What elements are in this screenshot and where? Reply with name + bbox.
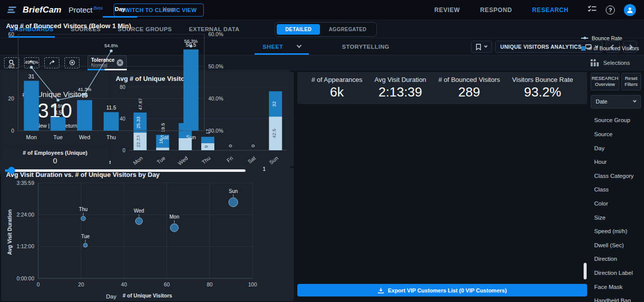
point-label: Mon — [170, 214, 179, 220]
filter-item-direction[interactable]: Direction — [594, 252, 644, 266]
help-icon[interactable]: ? — [606, 6, 615, 15]
point-label: Tue — [81, 234, 90, 239]
kpi-value: 2:13:39 — [374, 84, 426, 100]
point-label: Thu — [79, 207, 88, 212]
rate-point-mon[interactable] — [30, 66, 33, 69]
date-dropdown[interactable]: Date — [591, 95, 641, 109]
chevron-down-icon — [296, 43, 301, 48]
filter-item-class-category[interactable]: Class Category — [594, 169, 644, 183]
bar-thu[interactable] — [104, 112, 119, 131]
slider-track[interactable] — [5, 169, 246, 172]
reset-filters-button[interactable]: Reset Filters — [621, 73, 641, 90]
filter-item-color[interactable]: Color — [594, 196, 644, 211]
y-tick-label: 2:24:00 — [17, 212, 34, 218]
right-tick-label: 50.0% — [208, 63, 223, 69]
bar-light-tue[interactable] — [156, 147, 169, 150]
x-tick-label: Thu — [107, 134, 116, 140]
beta-badge: Beta — [94, 6, 103, 11]
filter-item-dwell-sec-[interactable]: Dwell (Sec) — [594, 238, 644, 252]
scatter-y-axis-label: Avg Visit Duration — [7, 205, 13, 260]
bounced-x-axis-label: Day — [18, 293, 204, 299]
dashboard-selector-label: UNIQUE VISITORS ANALYTICS — [500, 44, 582, 50]
person-icon — [626, 7, 633, 14]
selections-icon — [590, 59, 599, 66]
tab-storytelling[interactable]: STORYTELLING — [342, 38, 389, 55]
legend-bounce-rate[interactable]: Bounce Rate — [581, 35, 639, 41]
user-avatar[interactable] — [624, 4, 636, 16]
filter-item-class[interactable]: Class — [594, 183, 644, 197]
bar-mon[interactable] — [24, 81, 39, 131]
line-marker-icon — [581, 38, 588, 39]
bar-tue[interactable] — [50, 117, 65, 131]
scatter-point-wed[interactable] — [135, 218, 142, 225]
vertical-scrollbar-thumb[interactable] — [584, 263, 587, 279]
left-tick-label: 40 — [8, 63, 14, 69]
filter-list: Source GroupSourceDayHourClass CategoryC… — [588, 114, 644, 302]
kpi-value: 289 — [438, 84, 500, 100]
scatter-point-mon[interactable] — [171, 224, 179, 232]
aggregated-toggle-button[interactable]: AGGREGATED — [320, 24, 375, 35]
x-tick-label: Thu — [201, 155, 212, 165]
tab-day[interactable]: Day — [111, 0, 129, 18]
filter-item-speed-mi-h-[interactable]: Speed (mi/h) — [594, 224, 644, 238]
bar-wed[interactable] — [77, 100, 92, 131]
right-tick-label: 60.0% — [208, 31, 223, 37]
right-tick-label: 30.0% — [208, 128, 223, 134]
x-tick-label: Fri — [225, 155, 234, 163]
scatter-point-thu[interactable] — [81, 216, 86, 221]
kpi-bounced-visitors[interactable]: # of Bounced Visitors 289 — [438, 76, 500, 100]
filter-item-source-group[interactable]: Source Group — [594, 114, 644, 128]
filter-item-face-mask[interactable]: Face Mask — [594, 280, 644, 294]
research-overview-button[interactable]: RESEARCH Overview — [591, 73, 619, 90]
chart-legend: Bounce Rate # of Bounced Visitors — [581, 35, 639, 51]
employees-kpi-card[interactable]: # of Employees (Unique) 0 — [1, 148, 109, 166]
left-tick-label: 20 — [8, 95, 14, 102]
scatter-point-sun[interactable] — [229, 198, 238, 207]
filter-item-handheld-bag[interactable]: Handheld Bag — [594, 293, 644, 302]
bookmark-button[interactable] — [471, 41, 492, 53]
slider-thumb[interactable] — [8, 167, 15, 174]
button-line: Filters — [624, 81, 637, 87]
brand-name: BriefCam — [23, 5, 61, 15]
rate-point-sun[interactable] — [190, 45, 193, 48]
filter-item-day[interactable]: Day — [594, 141, 644, 155]
x-tick-label: 60 — [164, 281, 170, 287]
scatter-point-tue[interactable] — [84, 243, 88, 247]
kpi-bounce-rate[interactable]: Visitors Bounce Rate 93.2% — [512, 76, 573, 100]
filter-item-source[interactable]: Source — [594, 127, 644, 141]
rate-point-thu[interactable] — [110, 49, 113, 52]
chevron-down-icon — [484, 44, 488, 47]
topnav-research[interactable]: RESEARCH — [532, 7, 569, 14]
x-tick-label: 100 — [248, 281, 257, 287]
product-name: ProtectBeta — [68, 6, 103, 14]
selections-label: Selections — [603, 60, 630, 66]
button-line: Overview — [595, 81, 615, 87]
topnav-respond[interactable]: RESPOND — [480, 7, 512, 14]
tab-hour[interactable]: Hour — [158, 0, 179, 18]
square-marker-icon — [581, 46, 586, 51]
x-tick-label: Wed — [177, 155, 189, 166]
selections-button[interactable]: Selections — [590, 59, 640, 66]
x-tick-label: Fri — [134, 134, 141, 140]
bar-sun[interactable] — [184, 49, 199, 131]
topnav-review[interactable]: REVIEW — [434, 7, 460, 14]
bar-value-label: 8.5 — [54, 110, 62, 116]
kpi-avg-visit-duration[interactable]: Avg Visit Duration 2:13:39 — [374, 76, 426, 100]
right-tick-label: 40.0% — [208, 95, 223, 102]
date-dropdown-label: Date — [596, 98, 607, 105]
export-button-label: Export VIP Customers List (0 VIP Custome… — [388, 287, 507, 293]
filter-item-hour[interactable]: Hour — [594, 155, 644, 169]
filter-item-direction-label[interactable]: Direction Label — [594, 266, 644, 280]
filter-item-size[interactable]: Size — [594, 211, 644, 225]
left-tick-label: 0 — [11, 128, 14, 134]
rate-point-tue[interactable] — [56, 98, 59, 102]
rate-point-wed[interactable] — [83, 93, 86, 96]
kpi-appearances[interactable]: # of Appearances 6k — [311, 76, 362, 100]
tasks-icon[interactable] — [588, 5, 597, 15]
view-toggle: DETAILED AGGREGATED — [275, 22, 377, 37]
export-vip-customers-button[interactable]: Export VIP Customers List (0 VIP Custome… — [297, 284, 587, 296]
legend-label: Bounce Rate — [592, 35, 622, 41]
legend-bounced-visitors[interactable]: # of Bounced Visitors — [581, 45, 639, 51]
x-tick-label: 40 — [121, 281, 127, 287]
research-filter-sidebar: RESEARCH Overview Reset Filters Date Sou… — [588, 70, 644, 302]
